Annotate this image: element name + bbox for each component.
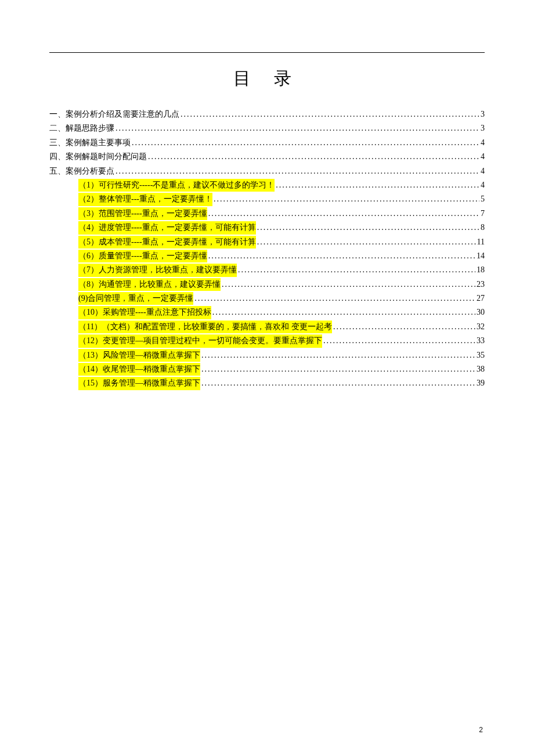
toc-entry-page: 4 xyxy=(481,150,485,163)
toc-entry-page: 7 xyxy=(481,207,485,220)
toc-entry[interactable]: （3）范围管理----重点，一定要弄懂7 xyxy=(49,207,485,220)
toc-entry[interactable]: (9)合同管理，重点，一定要弄懂27 xyxy=(49,292,485,305)
toc-entry[interactable]: （1）可行性研究-----不是重点，建议不做过多的学习！4 xyxy=(49,179,485,192)
toc-entry-page: 39 xyxy=(477,377,485,390)
toc-leader-dots xyxy=(148,150,479,163)
toc-entry-page: 3 xyxy=(481,108,485,121)
toc-entry-label: （11）（文档）和配置管理，比较重要的，要搞懂，喜欢和 变更一起考 xyxy=(78,321,332,333)
toc-entry[interactable]: （4）进度管理----重点，一定要弄懂，可能有计算8 xyxy=(49,221,485,234)
toc-leader-dots xyxy=(116,165,479,178)
toc-entry-page: 4 xyxy=(481,179,485,192)
toc-entry[interactable]: （5）成本管理----重点，一定要弄懂，可能有计算11 xyxy=(49,236,485,249)
toc-entry[interactable]: （10）采购管理----重点注意下招投标30 xyxy=(49,306,485,319)
page-number: 2 xyxy=(479,726,483,734)
toc-entry[interactable]: （13）风险管理—稍微重点掌握下35 xyxy=(49,349,485,362)
toc-entry[interactable]: 四、案例解题时间分配问题4 xyxy=(49,150,485,163)
toc-entry[interactable]: （14）收尾管理—稍微重点掌握下38 xyxy=(49,363,485,376)
toc-entry-label: （7）人力资源管理，比较重点，建议要弄懂 xyxy=(78,264,237,276)
toc-entry[interactable]: 一、案例分析介绍及需要注意的几点3 xyxy=(49,108,485,121)
toc-entry[interactable]: （6）质量管理----重点，一定要弄懂14 xyxy=(49,250,485,262)
toc-leader-dots xyxy=(257,236,476,249)
toc-entry-page: 14 xyxy=(477,250,485,262)
toc-entry-label: （3）范围管理----重点，一定要弄懂 xyxy=(78,207,207,220)
toc-entry[interactable]: 二、解题思路步骤3 xyxy=(49,122,485,135)
toc-leader-dots xyxy=(116,122,479,135)
toc-entry-page: 4 xyxy=(481,136,485,149)
toc-entry-page: 38 xyxy=(477,363,485,376)
toc-entry[interactable]: 三、案例解题主要事项4 xyxy=(49,136,485,149)
toc-entry-page: 3 xyxy=(481,122,485,135)
toc-leader-dots xyxy=(257,221,479,234)
toc-entry-label: （5）成本管理----重点，一定要弄懂，可能有计算 xyxy=(78,236,256,249)
toc-entry-label: 五、案例分析要点 xyxy=(49,165,114,178)
horizontal-rule xyxy=(49,52,485,53)
toc-entry[interactable]: （12）变更管理—项目管理过程中，一切可能会变更。要重点掌握下33 xyxy=(49,334,485,347)
toc-entry[interactable]: （8）沟通管理，比较重点，建议要弄懂23 xyxy=(49,278,485,291)
toc-leader-dots xyxy=(201,363,475,376)
toc-entry-label: 一、案例分析介绍及需要注意的几点 xyxy=(49,108,179,121)
toc-entry-page: 4 xyxy=(481,165,485,178)
toc-entry-page: 5 xyxy=(481,193,485,206)
toc-entry-label: 三、案例解题主要事项 xyxy=(49,136,131,149)
toc-entry-page: 11 xyxy=(477,236,485,249)
toc-leader-dots xyxy=(194,292,475,305)
toc-leader-dots xyxy=(208,207,479,220)
toc-leader-dots xyxy=(132,136,479,149)
toc-leader-dots xyxy=(201,377,475,390)
toc-entry-label: （13）风险管理—稍微重点掌握下 xyxy=(78,349,200,362)
toc-entry-page: 35 xyxy=(477,349,485,362)
toc-entry-label: 四、案例解题时间分配问题 xyxy=(49,150,147,163)
toc-leader-dots xyxy=(276,179,479,192)
toc-entry[interactable]: （11）（文档）和配置管理，比较重要的，要搞懂，喜欢和 变更一起考32 xyxy=(49,321,485,333)
toc-entry-label: （2）整体管理---重点，一定要弄懂！ xyxy=(78,193,212,206)
toc-entry[interactable]: 五、案例分析要点4 xyxy=(49,165,485,178)
toc-entry-page: 27 xyxy=(477,292,485,305)
toc-entry-label: （1）可行性研究-----不是重点，建议不做过多的学习！ xyxy=(78,179,275,192)
toc-entry-label: 二、解题思路步骤 xyxy=(49,122,114,135)
toc-entry-page: 33 xyxy=(477,334,485,347)
page-title: 目 录 xyxy=(49,67,485,91)
toc-entry-label: （6）质量管理----重点，一定要弄懂 xyxy=(78,250,207,262)
toc-leader-dots xyxy=(208,250,475,262)
toc-leader-dots xyxy=(238,264,475,276)
toc-entry[interactable]: （15）服务管理—稍微重点掌握下39 xyxy=(49,377,485,390)
toc-entry-label: （15）服务管理—稍微重点掌握下 xyxy=(78,377,200,390)
toc-entry-label: （12）变更管理—项目管理过程中，一切可能会变更。要重点掌握下 xyxy=(78,334,322,347)
toc-entry-page: 18 xyxy=(477,264,485,276)
toc-entry-label: （14）收尾管理—稍微重点掌握下 xyxy=(78,363,200,376)
toc-leader-dots xyxy=(333,321,475,333)
toc-leader-dots xyxy=(214,193,479,206)
toc-leader-dots xyxy=(323,334,475,347)
toc-leader-dots xyxy=(201,349,475,362)
toc-leader-dots xyxy=(212,306,475,319)
toc-entry-label: (9)合同管理，重点，一定要弄懂 xyxy=(78,292,193,305)
toc-entry-label: （4）进度管理----重点，一定要弄懂，可能有计算 xyxy=(78,221,256,234)
toc-leader-dots xyxy=(222,278,475,291)
toc-entry-page: 23 xyxy=(477,278,485,291)
toc-entry[interactable]: （2）整体管理---重点，一定要弄懂！5 xyxy=(49,193,485,206)
table-of-contents: 一、案例分析介绍及需要注意的几点3二、解题思路步骤3三、案例解题主要事项4四、案… xyxy=(49,108,485,390)
toc-entry-page: 30 xyxy=(477,306,485,319)
toc-entry[interactable]: （7）人力资源管理，比较重点，建议要弄懂18 xyxy=(49,264,485,276)
toc-entry-label: （8）沟通管理，比较重点，建议要弄懂 xyxy=(78,278,221,291)
toc-entry-label: （10）采购管理----重点注意下招投标 xyxy=(78,306,211,319)
toc-entry-page: 8 xyxy=(481,221,485,234)
toc-entry-page: 32 xyxy=(477,321,485,333)
toc-leader-dots xyxy=(181,108,479,121)
